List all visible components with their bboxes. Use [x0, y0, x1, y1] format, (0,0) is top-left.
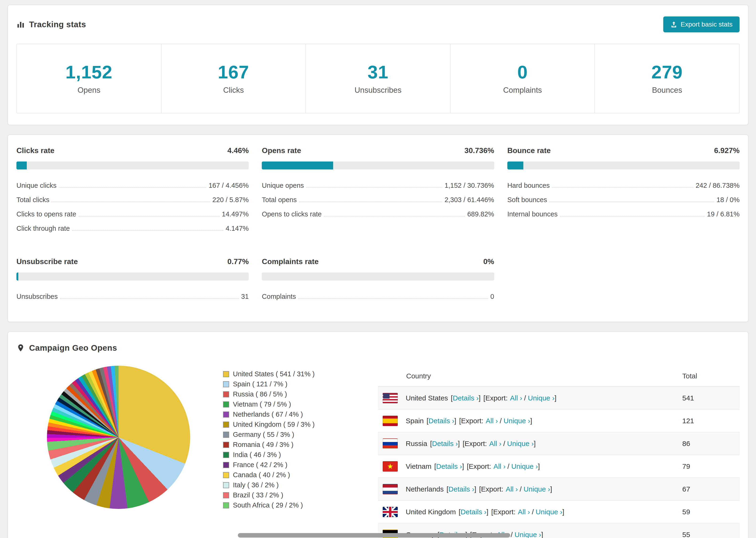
stat-box: 279 Bounces: [594, 44, 739, 113]
rate-value: 30.736%: [464, 146, 494, 155]
details-link[interactable]: Details ›: [428, 417, 454, 425]
geo-opens-pie-chart[interactable]: [47, 366, 190, 509]
export-unique-link[interactable]: Unique ›: [512, 462, 538, 470]
export-all-link[interactable]: All ›: [506, 485, 518, 493]
legend-item[interactable]: Russia ( 86 / 5% ): [223, 389, 369, 399]
export-unique-link[interactable]: Unique ›: [507, 440, 534, 448]
rate-progress-bar: [507, 161, 739, 170]
legend-item[interactable]: Vietnam ( 79 / 5% ): [223, 399, 369, 409]
stat-box: 31 Unsubscribes: [305, 44, 450, 113]
rate-row: Total clicks 220 / 5.87%: [17, 193, 249, 207]
rate-row-label: Clicks to opens rate: [17, 210, 76, 218]
legend-swatch: [223, 422, 229, 428]
export-basic-stats-button[interactable]: Export basic stats: [663, 17, 739, 32]
legend-item[interactable]: Romania ( 49 / 3% ): [223, 440, 369, 450]
table-row: United States [Details ›] [Export:All ›/…: [378, 387, 739, 409]
stat-label: Unsubscribes: [306, 86, 450, 95]
rate-panel: Clicks rate 4.46% Unique clicks 167 / 4.…: [17, 146, 249, 236]
legend-label: Canada ( 40 / 2% ): [233, 471, 290, 479]
legend-item[interactable]: India ( 46 / 3% ): [223, 450, 369, 460]
rate-row-value: 19 / 6.81%: [707, 210, 739, 218]
details-link[interactable]: Details ›: [449, 485, 474, 493]
stat-box: 167 Clicks: [161, 44, 306, 113]
legend-item[interactable]: United States ( 541 / 31% ): [223, 369, 369, 379]
legend-item[interactable]: Netherlands ( 67 / 4% ): [223, 409, 369, 419]
country-name: Netherlands: [406, 485, 444, 493]
legend-label: Germany ( 55 / 3% ): [233, 431, 294, 439]
details-link[interactable]: Details ›: [453, 394, 478, 402]
legend-item[interactable]: Canada ( 40 / 2% ): [223, 470, 369, 480]
row-total: 121: [682, 417, 735, 425]
rate-row-value: 31: [241, 293, 249, 300]
stat-box: 0 Complaints: [450, 44, 595, 113]
rate-progress-bar: [262, 161, 494, 170]
rate-row-value: 1,152 / 30.736%: [445, 182, 494, 189]
geo-content: United States ( 541 / 31% ) Spain ( 121 …: [17, 366, 739, 538]
bracket: [: [427, 417, 428, 425]
rate-rows: Unique opens 1,152 / 30.736% Total opens…: [262, 178, 494, 221]
separator: /: [532, 508, 534, 516]
table-row: United Kingdom [Details ›] [Export:All ›…: [378, 501, 739, 523]
export-all-link[interactable]: All ›: [486, 417, 498, 425]
export-all-link[interactable]: All ›: [489, 440, 502, 448]
export-label: Export:: [485, 394, 508, 402]
legend-item[interactable]: United Kingdom ( 59 / 3% ): [223, 419, 369, 430]
bracket: ]: [462, 462, 464, 470]
legend-item[interactable]: Brazil ( 33 / 2% ): [223, 490, 369, 500]
dotted-leader: [552, 187, 693, 188]
export-unique-link[interactable]: Unique ›: [536, 508, 562, 516]
export-unique-link[interactable]: Unique ›: [514, 531, 541, 538]
rate-row-label: Opens to clicks rate: [262, 210, 322, 218]
rate-value: 0%: [483, 257, 494, 266]
legend-item[interactable]: Italy ( 36 / 2% ): [223, 480, 369, 490]
rate-row-value: 0: [490, 293, 494, 300]
dotted-leader: [298, 298, 488, 299]
total-column-header: Total: [682, 372, 735, 380]
table-row: Russia [Details ›] [Export:All ›/Unique …: [378, 432, 739, 455]
country-name: Vietnam: [406, 462, 432, 470]
export-unique-link[interactable]: Unique ›: [504, 417, 530, 425]
details-link[interactable]: Details ›: [436, 462, 462, 470]
bracket: ]: [550, 485, 552, 493]
page-title-text: Tracking stats: [29, 20, 86, 29]
rate-title: Unsubscribe rate: [17, 257, 78, 266]
bracket: [: [434, 462, 436, 470]
export-unique-link[interactable]: Unique ›: [528, 394, 554, 402]
legend-item[interactable]: Germany ( 55 / 3% ): [223, 430, 369, 440]
country-flag-icon: [383, 416, 398, 426]
details-link[interactable]: Details ›: [460, 508, 486, 516]
geo-table-body: United States [Details ›] [Export:All ›/…: [378, 387, 739, 538]
row-total: 86: [682, 440, 735, 448]
legend-item[interactable]: Spain ( 121 / 7% ): [223, 379, 369, 389]
geo-section-title: Campaign Geo Opens: [17, 343, 739, 352]
rate-row: Internal bounces 19 / 6.81%: [507, 207, 739, 221]
horizontal-scrollbar-thumb[interactable]: [238, 533, 510, 538]
rate-row-value: 2,303 / 61.446%: [445, 196, 494, 204]
rate-title: Opens rate: [262, 146, 301, 155]
export-all-link[interactable]: All ›: [510, 394, 522, 402]
rate-row-label: Total opens: [262, 196, 297, 204]
stat-label: Bounces: [595, 86, 739, 95]
rate-panel: Bounce rate 6.927% Hard bounces 242 / 86…: [507, 146, 739, 236]
rate-row-value: 14.497%: [222, 210, 249, 218]
legend-item[interactable]: South Africa ( 29 / 2% ): [223, 500, 369, 510]
export-all-link[interactable]: All ›: [518, 508, 530, 516]
rate-row: Unsubscribes 31: [17, 290, 249, 304]
details-link[interactable]: Details ›: [432, 440, 458, 448]
rate-row-label: Complaints: [262, 293, 296, 300]
export-unique-link[interactable]: Unique ›: [523, 485, 550, 493]
separator: /: [524, 394, 526, 402]
stat-box: 1,152 Opens: [17, 44, 161, 113]
rate-title: Bounce rate: [507, 146, 551, 155]
rates-card: Clicks rate 4.46% Unique clicks 167 / 4.…: [8, 134, 748, 322]
rate-row-label: Hard bounces: [507, 182, 550, 189]
legend-item[interactable]: France ( 42 / 2% ): [223, 460, 369, 470]
export-label: Export:: [465, 440, 487, 448]
bracket: [: [459, 508, 460, 516]
row-total: 55: [682, 531, 735, 538]
rate-value: 6.927%: [714, 146, 739, 155]
export-all-link[interactable]: All ›: [494, 462, 506, 470]
legend-label: Italy ( 36 / 2% ): [233, 481, 279, 489]
country-flag-icon: [383, 484, 398, 494]
legend-swatch: [223, 442, 229, 448]
